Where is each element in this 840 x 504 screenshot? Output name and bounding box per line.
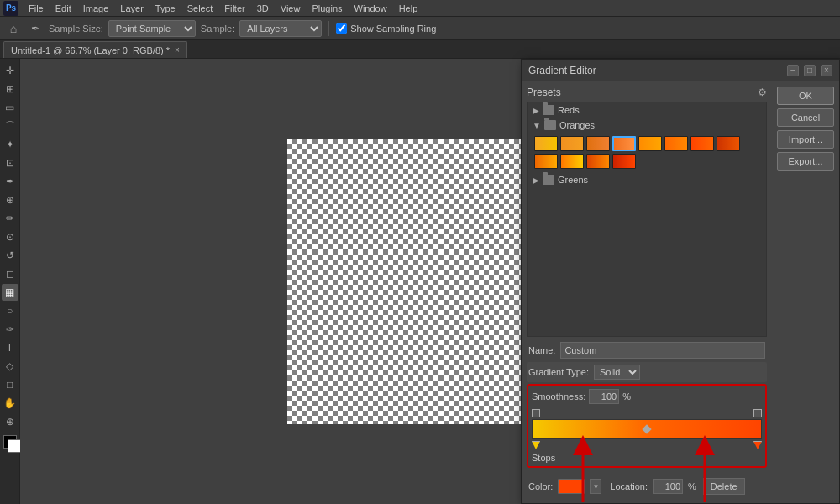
toolbar: ⌂ ✒ Sample Size: Point Sample 3 by 3 Ave… <box>0 17 840 40</box>
menu-view[interactable]: View <box>276 3 306 14</box>
crop-tool[interactable]: ⊡ <box>2 155 18 171</box>
presets-group-oranges[interactable]: ▼ Oranges <box>528 118 766 133</box>
menu-image[interactable]: Image <box>78 3 114 14</box>
menu-edit[interactable]: Edit <box>50 3 76 14</box>
dialog-maximize-btn[interactable]: □ <box>804 65 816 76</box>
orange-swatch-3[interactable] <box>586 136 610 151</box>
path-tool[interactable]: ◇ <box>2 358 18 375</box>
color-swatch-btn[interactable] <box>558 479 585 494</box>
opacity-stop-left[interactable] <box>532 409 540 417</box>
oranges-chevron-icon: ▼ <box>533 121 541 130</box>
orange-swatch-2[interactable] <box>560 136 584 151</box>
menu-help[interactable]: Help <box>394 3 423 14</box>
clone-tool[interactable]: ⊙ <box>2 228 18 245</box>
eyedropper-icon[interactable]: ✒ <box>27 20 44 37</box>
selection-tool[interactable]: ▭ <box>2 99 18 116</box>
opacity-stop-right[interactable] <box>753 409 762 417</box>
heal-tool[interactable]: ⊕ <box>2 192 18 208</box>
orange-swatch-1[interactable] <box>534 136 558 151</box>
smoothness-label: Smoothness: <box>532 391 585 402</box>
menu-window[interactable]: Window <box>349 3 392 14</box>
dialog-right-panel: OK Cancel Import... Export... <box>772 81 839 503</box>
dialog-window-controls: − □ × <box>787 65 832 76</box>
toolbar-divider <box>328 21 329 36</box>
main-area: ✛ ⊞ ▭ ⌒ ✦ ⊡ ✒ ⊕ ✏ ⊙ ↺ ◻ ▦ ○ ✑ T ◇ □ ✋ ⊕ … <box>0 59 840 504</box>
gradient-edit-area: Smoothness: % <box>527 384 767 468</box>
magic-wand-tool[interactable]: ✦ <box>2 136 18 153</box>
color-stop-right[interactable] <box>753 441 762 449</box>
delete-btn[interactable]: Delete <box>703 478 745 495</box>
tab-title: Untitled-1 @ 66.7% (Layer 0, RGB/8) * <box>11 45 170 55</box>
sample-select[interactable]: All Layers Current Layer <box>239 20 322 37</box>
color-stops <box>532 441 762 449</box>
brush-tool[interactable]: ✏ <box>2 210 18 227</box>
shape-tool[interactable]: □ <box>2 376 18 393</box>
gradient-type-row: Gradient Type: Solid Noise <box>527 362 767 382</box>
dodge-tool[interactable]: ○ <box>2 302 18 319</box>
eraser-tool[interactable]: ◻ <box>2 265 18 282</box>
menu-type[interactable]: Type <box>150 3 181 14</box>
menu-select[interactable]: Select <box>182 3 218 14</box>
menu-layer[interactable]: Layer <box>115 3 149 14</box>
gradient-bar[interactable] <box>532 419 762 439</box>
history-tool[interactable]: ↺ <box>2 247 18 264</box>
hand-tool[interactable]: ✋ <box>2 395 18 412</box>
ok-btn[interactable]: OK <box>777 87 834 105</box>
orange-swatch-6[interactable] <box>664 136 688 151</box>
sample-size-select[interactable]: Point Sample 3 by 3 Average 5 by 5 Avera… <box>108 20 196 37</box>
orange-swatch-10[interactable] <box>560 154 584 169</box>
orange-swatch-7[interactable] <box>690 136 714 151</box>
move-tool[interactable]: ✛ <box>2 62 18 79</box>
sample-label: Sample: <box>201 24 234 34</box>
show-sampling-checkbox[interactable] <box>336 23 347 34</box>
menu-3d[interactable]: 3D <box>252 3 274 14</box>
home-icon[interactable]: ⌂ <box>5 20 22 37</box>
gradient-type-label: Gradient Type: <box>528 367 589 377</box>
greens-chevron-icon: ▶ <box>533 176 539 185</box>
import-btn[interactable]: Import... <box>777 130 834 149</box>
left-tools-panel: ✛ ⊞ ▭ ⌒ ✦ ⊡ ✒ ⊕ ✏ ⊙ ↺ ◻ ▦ ○ ✑ T ◇ □ ✋ ⊕ <box>0 59 20 504</box>
presets-group-greens[interactable]: ▶ Greens <box>528 172 766 187</box>
tab-close-btn[interactable]: × <box>175 45 180 55</box>
foreground-color[interactable] <box>3 435 17 449</box>
presets-group-reds[interactable]: ▶ Reds <box>528 102 766 118</box>
smoothness-input[interactable] <box>589 389 619 404</box>
gradient-type-select[interactable]: Solid Noise <box>594 365 640 380</box>
pen-tool[interactable]: ✑ <box>2 321 18 338</box>
dialog-close-btn[interactable]: × <box>821 65 832 76</box>
gradient-midpoint[interactable] <box>642 424 651 433</box>
menu-plugins[interactable]: Plugins <box>307 3 347 14</box>
color-dropdown-btn[interactable]: ▼ <box>590 479 601 494</box>
zoom-tool[interactable]: ⊕ <box>2 413 18 430</box>
gradient-bar-container <box>532 409 762 449</box>
orange-swatch-9[interactable] <box>534 154 558 169</box>
eyedropper-tool[interactable]: ✒ <box>2 173 18 190</box>
menu-bar: Ps File Edit Image Layer Type Select Fil… <box>0 0 840 17</box>
presets-list[interactable]: ▶ Reds ▼ Oranges <box>527 102 767 337</box>
location-input[interactable] <box>653 479 683 494</box>
orange-swatch-12[interactable] <box>612 154 636 169</box>
reds-chevron-icon: ▶ <box>533 106 539 115</box>
orange-swatch-11[interactable] <box>586 154 610 169</box>
name-input[interactable] <box>560 342 765 359</box>
type-tool[interactable]: T <box>2 339 18 356</box>
export-btn[interactable]: Export... <box>777 152 834 171</box>
dialog-minimize-btn[interactable]: − <box>787 65 799 76</box>
menu-filter[interactable]: Filter <box>219 3 249 14</box>
menu-file[interactable]: File <box>24 3 49 14</box>
smoothness-row: Smoothness: % <box>532 389 762 404</box>
background-color[interactable] <box>8 439 21 453</box>
orange-swatch-8[interactable] <box>717 136 740 151</box>
lasso-tool[interactable]: ⌒ <box>2 118 18 134</box>
artboard-tool[interactable]: ⊞ <box>2 81 18 97</box>
presets-gear-icon[interactable]: ⚙ <box>758 87 767 98</box>
color-stop-left[interactable] <box>532 441 540 449</box>
dialog-left-panel: Presets ⚙ ▶ Reds ▼ Oranges <box>522 81 772 503</box>
orange-swatch-5[interactable] <box>638 136 662 151</box>
show-sampling-label[interactable]: Show Sampling Ring <box>336 23 436 34</box>
gradient-tool[interactable]: ▦ <box>2 284 18 301</box>
cancel-btn[interactable]: Cancel <box>777 108 834 127</box>
document-tab[interactable]: Untitled-1 @ 66.7% (Layer 0, RGB/8) * × <box>3 41 187 58</box>
orange-swatch-4[interactable] <box>612 136 636 151</box>
gradient-editor-dialog: Gradient Editor − □ × Presets ⚙ ▶ <box>521 59 840 504</box>
